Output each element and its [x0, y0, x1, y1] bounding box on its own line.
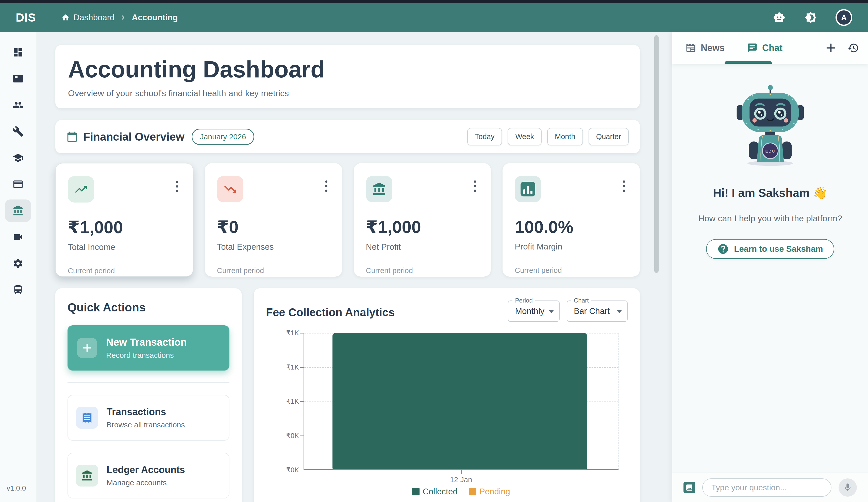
card-menu-button[interactable] [472, 179, 478, 193]
y-axis-tick [300, 436, 303, 436]
legend-item-pending[interactable]: Pending [469, 487, 510, 496]
sidebar-item-id-card[interactable] [5, 68, 31, 90]
chevron-right-icon [120, 14, 127, 21]
divider [68, 382, 229, 383]
chart-type-select[interactable]: Chart Bar Chart [567, 300, 628, 322]
stat-icon-tile [366, 176, 392, 202]
theme-toggle-button[interactable] [804, 11, 817, 24]
learn-to-use-button[interactable]: Learn to use Saksham [706, 239, 834, 259]
page-subtitle: Overview of your school's financial heal… [68, 88, 627, 98]
y-tick-label: ₹0K [286, 466, 299, 474]
chevron-down-icon [548, 310, 554, 313]
gridline-vertical [618, 333, 619, 469]
saksham-robot-illustration: EDU [731, 85, 810, 167]
card-menu-button[interactable] [323, 179, 329, 193]
chat-history-button[interactable] [847, 42, 859, 54]
stat-period: Current period [515, 266, 628, 275]
tab-news[interactable]: News [681, 32, 729, 64]
assistant-tab-actions [825, 42, 859, 54]
new-transaction-label: New Transaction [106, 337, 187, 348]
stat-card-total-income[interactable]: ₹1,000 Total Income Current period [55, 163, 193, 277]
tab-chat[interactable]: Chat [742, 32, 787, 64]
main-content: Accounting Dashboard Overview of your sc… [36, 32, 672, 502]
assistant-greeting: Hi! I am Saksham 👋 [713, 186, 827, 200]
collected-bar-12-jan[interactable] [332, 333, 587, 469]
y-tick-label: ₹1K [286, 329, 299, 337]
action-subtitle: Manage accounts [106, 478, 185, 487]
header-actions: A [773, 9, 852, 26]
tab-chat-label: Chat [762, 43, 783, 53]
new-chat-button[interactable] [825, 42, 837, 54]
fee-analytics-title: Fee Collection Analytics [266, 300, 395, 319]
stat-card-profit-margin[interactable]: 100.0% Profit Margin Current period [503, 163, 640, 277]
card-menu-button[interactable] [174, 179, 180, 194]
legend-item-collected[interactable]: Collected [412, 487, 458, 496]
sidebar-item-accounting[interactable] [5, 199, 31, 222]
id-card-icon [12, 73, 24, 84]
stat-label: Profit Margin [515, 242, 628, 252]
voice-input-button[interactable] [839, 478, 857, 497]
breadcrumb-current: Accounting [132, 13, 178, 22]
bar-chart-icon [520, 182, 535, 196]
sidebar-item-transport[interactable] [5, 279, 31, 301]
fee-analytics-header: Fee Collection Analytics Period Monthly … [266, 300, 628, 322]
y-axis-tick [300, 367, 303, 368]
app-version: v1.0.0 [7, 484, 26, 492]
sidebar-item-media[interactable] [5, 226, 31, 248]
page-title: Accounting Dashboard [68, 57, 627, 82]
financial-overview-bar: Financial Overview January 2026 Today We… [55, 120, 640, 153]
sidebar-item-tools[interactable] [5, 120, 31, 143]
stat-period: Current period [68, 267, 181, 275]
new-transaction-button[interactable]: New Transaction Record transactions [68, 325, 229, 370]
card-menu-button[interactable] [621, 179, 627, 193]
sidebar-item-dashboard[interactable] [5, 41, 31, 63]
trending-down-icon [223, 182, 237, 196]
y-axis-tick [300, 333, 303, 334]
chevron-down-icon [617, 310, 622, 313]
y-axis-labels: ₹1K ₹1K ₹1K ₹0K ₹0K [266, 333, 303, 470]
range-quarter-button[interactable]: Quarter [589, 128, 629, 145]
chart-plot-area [303, 333, 619, 470]
legend-swatch-collected [412, 488, 420, 495]
sidebar-item-people[interactable] [5, 94, 31, 116]
attach-image-button[interactable] [683, 482, 695, 493]
stat-card-net-profit[interactable]: ₹1,000 Net Profit Current period [354, 163, 491, 277]
quick-actions-panel: Quick Actions New Transaction Record tra… [55, 288, 241, 502]
sidebar-item-payments[interactable] [5, 173, 31, 195]
period-select-label: Period [513, 297, 535, 304]
quick-action-ledger-accounts[interactable]: Ledger Accounts Manage accounts [68, 453, 229, 499]
legend-label: Pending [479, 487, 510, 496]
range-today-button[interactable]: Today [467, 128, 502, 145]
stat-label: Total Expenses [217, 242, 330, 252]
vertical-scrollbar[interactable] [654, 35, 659, 273]
stat-value: 100.0% [515, 217, 628, 237]
stat-value: ₹1,000 [68, 217, 181, 237]
chart-type-select-value: Bar Chart [574, 306, 610, 316]
sidebar-item-academics[interactable] [5, 147, 31, 169]
active-tab-indicator [725, 61, 772, 64]
range-week-button[interactable]: Week [508, 128, 541, 145]
period-select[interactable]: Period Monthly [508, 300, 560, 322]
bottom-row: Quick Actions New Transaction Record tra… [55, 288, 640, 502]
quick-action-transactions[interactable]: Transactions Browse all transactions [68, 395, 229, 441]
breadcrumb-dashboard[interactable]: Dashboard [61, 13, 114, 22]
bank-icon [81, 470, 93, 481]
chat-question-input[interactable] [702, 478, 831, 497]
stat-value: ₹1,000 [366, 217, 479, 237]
calendar-icon [66, 131, 78, 142]
sidebar-item-settings[interactable] [5, 252, 31, 275]
credit-card-icon [12, 179, 24, 190]
plus-icon [825, 42, 837, 54]
assistant-robot-button[interactable] [773, 11, 786, 24]
range-month-button[interactable]: Month [547, 128, 583, 145]
help-circle-icon [717, 243, 729, 255]
legend-swatch-pending [469, 488, 476, 495]
y-tick-label: ₹1K [286, 398, 299, 406]
receipt-icon [81, 412, 93, 423]
stat-card-total-expenses[interactable]: ₹0 Total Expenses Current period [205, 163, 342, 277]
user-avatar[interactable]: A [836, 9, 852, 26]
gear-icon [12, 258, 24, 269]
chat-body: EDU [672, 64, 868, 473]
stat-icon-tile [68, 176, 94, 203]
stat-icon-tile [515, 176, 541, 202]
